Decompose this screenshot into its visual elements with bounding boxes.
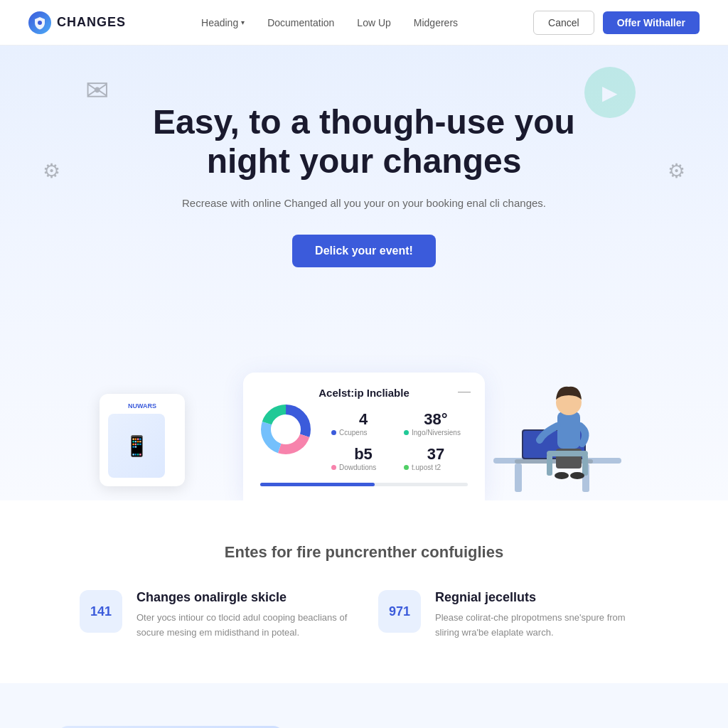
stats-section-title: Entes for fire puncrenther confuiglies (57, 543, 671, 562)
stat-value-1: 38° (404, 410, 468, 429)
stat-card-title-0: Changes onalirgle skicle (136, 590, 350, 605)
cancel-button[interactable]: Cancel (533, 11, 594, 35)
stat-item-0: 4 Ccupens (331, 410, 395, 437)
svg-point-5 (273, 417, 299, 442)
stat-badge-0: 141 (80, 590, 122, 633)
stat-card-desc-0: Oter yocs intiour co tlocid adul cooping… (136, 611, 350, 641)
stat-item-1: 38° Ingo/Niversiens (404, 410, 468, 437)
brand-name: CHANGES (57, 15, 126, 30)
stat-badge-1: 971 (378, 590, 421, 633)
stat-value-0: 4 (331, 410, 395, 429)
chevron-down-icon: ▾ (241, 18, 245, 26)
stat-card-1: 971 Regnial jecelluts Please colirat-che… (378, 590, 648, 641)
logo-icon (28, 11, 51, 34)
hero-title: Easy, to a though-use you night your cha… (151, 102, 577, 181)
stat-label-3: t.upost t2 (404, 464, 468, 471)
donut-chart (257, 401, 314, 461)
person-illustration (472, 344, 614, 500)
svg-rect-7 (515, 464, 522, 492)
stat-card-title-1: Regnial jecelluts (435, 590, 648, 605)
dot-icon (404, 430, 409, 435)
stat-label-2: Dowdutions (331, 464, 395, 471)
svg-rect-17 (582, 454, 588, 476)
dashboard-stats: 4 Ccupens 38° Ingo/Niversiens b5 (331, 410, 468, 471)
stat-label-0: Ccupens (331, 429, 395, 437)
hero-illustration: NUWARS 📱 Acelst:ip Incliable — (28, 301, 700, 500)
stat-card-content-1: Regnial jecelluts Please colirat-che plr… (435, 590, 648, 641)
dot-icon (331, 430, 336, 435)
stats-section: Entes for fire puncrenther confuiglies 1… (0, 500, 728, 683)
stat-label-1: Ingo/Niversiens (404, 429, 468, 437)
hero-subtitle: Recrease with online Changed all you you… (179, 195, 549, 212)
svg-rect-12 (557, 412, 580, 449)
navbar: CHANGES Heading ▾ Documentation Low Up M… (0, 0, 728, 46)
progress-bar (260, 483, 468, 486)
logo[interactable]: CHANGES (28, 11, 126, 34)
gear-icon-left: ⚙ (43, 159, 60, 183)
play-button-icon[interactable]: ▶ (584, 67, 636, 118)
svg-rect-15 (547, 451, 588, 456)
progress-bar-background (260, 483, 468, 486)
progress-bar-fill (260, 483, 375, 486)
hero-section: ✉ ⚙ ⚙ ▶ Easy, to a though-use you night … (0, 46, 728, 500)
nav-links: Heading ▾ Documentation Low Up Midgerers (201, 17, 458, 28)
stat-value-3: 37 (404, 445, 468, 464)
phone-card: NUWARS 📱 (100, 394, 185, 486)
stats-grid: 141 Changes onalirgle skicle Oter yocs i… (80, 590, 648, 641)
dashboard-title: Acelst:ip Incliable (260, 387, 468, 399)
dot-icon (404, 465, 409, 470)
minimize-icon[interactable]: — (458, 384, 471, 399)
cta-button[interactable]: Offer Withaller (603, 11, 700, 34)
envelope-icon: ✉ (85, 74, 109, 107)
svg-point-19 (570, 472, 584, 479)
svg-point-0 (38, 21, 42, 25)
nav-link-midgerers[interactable]: Midgerers (414, 17, 458, 28)
stat-card-content-0: Changes onalirgle skicle Oter yocs intio… (136, 590, 350, 641)
hero-cta-button[interactable]: Delick your event! (292, 235, 436, 267)
stat-item-2: b5 Dowdutions (331, 445, 395, 471)
stat-item-3: 37 t.upost t2 (404, 445, 468, 471)
dot-icon (331, 465, 336, 470)
stat-value-2: b5 (331, 445, 395, 464)
stat-card-0: 141 Changes onalirgle skicle Oter yocs i… (80, 590, 350, 641)
nav-link-lowup[interactable]: Low Up (357, 17, 390, 28)
nav-link-heading[interactable]: Heading ▾ (201, 17, 245, 28)
bottom-section: Are doiny machvore inforning Augjo ktadp… (0, 683, 728, 728)
dashboard-card: Acelst:ip Incliable — (243, 373, 485, 500)
phone-card-label: NUWARS (108, 402, 176, 410)
nav-actions: Cancel Offer Withaller (533, 11, 700, 35)
svg-point-18 (555, 472, 569, 479)
stat-card-desc-1: Please colirat-che plropotmens sne'spure… (435, 611, 648, 641)
gear-icon-right: ⚙ (668, 159, 685, 183)
nav-link-documentation[interactable]: Documentation (267, 17, 334, 28)
svg-rect-16 (547, 454, 552, 476)
